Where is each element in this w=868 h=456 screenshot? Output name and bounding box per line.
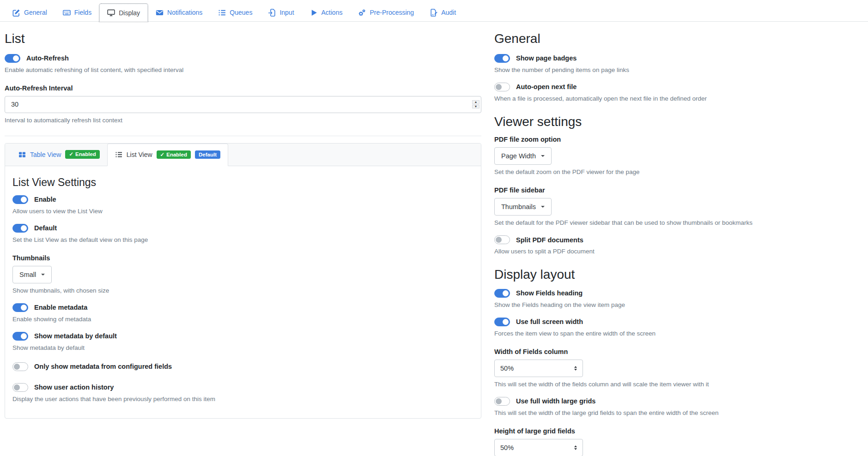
grid-fields-height-select[interactable]: 50% xyxy=(494,439,583,456)
default-toggle[interactable] xyxy=(12,224,28,233)
play-icon xyxy=(310,9,318,17)
show-metadata-desc: Show metadata by default xyxy=(12,344,473,351)
list-view-settings-body: List View Settings Enable Allow users to… xyxy=(5,166,481,418)
tab-general[interactable]: General xyxy=(5,4,55,21)
tab-label: Display xyxy=(119,9,140,17)
toggle-knob xyxy=(21,197,27,203)
auto-refresh-interval-input[interactable] xyxy=(5,96,481,113)
fields-heading-desc: Show the Fields heading on the view item… xyxy=(494,301,864,308)
fields-column-width-select[interactable]: 50% xyxy=(494,360,583,377)
only-configured-row: Only show metadata from configured field… xyxy=(12,362,473,371)
tab-pre-processing[interactable]: Pre-Processing xyxy=(350,4,422,21)
pdf-sidebar-value: Thumbnails xyxy=(501,203,536,210)
full-width-grids-toggle[interactable] xyxy=(494,397,510,406)
full-width-toggle[interactable] xyxy=(494,318,510,326)
toggle-knob xyxy=(496,84,502,90)
auto-refresh-label: Auto-Refresh xyxy=(26,54,69,62)
interval-desc: Interval to automatically refresh list c… xyxy=(5,117,481,124)
tab-input[interactable]: Input xyxy=(260,4,302,21)
enable-label: Enable xyxy=(34,196,56,203)
pdf-sidebar-dropdown[interactable]: Thumbnails xyxy=(494,198,552,216)
view-tabs-header: Table View ✓Enabled List View ✓Enabled D… xyxy=(5,144,481,166)
tab-table-view[interactable]: Table View ✓Enabled xyxy=(11,144,107,166)
enable-row: Enable xyxy=(12,195,473,204)
full-width-grids-label: Use full width large grids xyxy=(516,397,595,405)
width-fields-label: Width of Fields column xyxy=(494,348,864,355)
split-pdf-toggle[interactable] xyxy=(494,235,510,244)
list-view-settings-heading: List View Settings xyxy=(12,176,473,189)
fields-heading-toggle[interactable] xyxy=(494,289,510,298)
tab-label: Audit xyxy=(441,9,456,16)
number-spinner-icon[interactable]: ▲▼ xyxy=(472,100,480,108)
auto-refresh-row: Auto-Refresh xyxy=(5,54,481,63)
view-settings-card: Table View ✓Enabled List View ✓Enabled D… xyxy=(5,143,481,419)
full-width-grids-row: Use full width large grids xyxy=(494,397,864,406)
show-metadata-label: Show metadata by default xyxy=(34,332,117,340)
check-icon: ✓ xyxy=(160,152,165,158)
file-signature-icon xyxy=(430,9,437,17)
auto-open-row: Auto-open next file xyxy=(494,83,864,91)
settings-content: List Auto-Refresh Enable automatic refre… xyxy=(0,22,868,456)
split-pdf-row: Split PDF documents xyxy=(494,235,864,244)
tab-label: Actions xyxy=(322,9,343,16)
show-metadata-row: Show metadata by default xyxy=(12,332,473,341)
toggle-knob xyxy=(13,55,19,61)
interval-label: Auto-Refresh Interval xyxy=(5,84,481,92)
list-settings-column: List Auto-Refresh Enable automatic refre… xyxy=(5,31,481,419)
tab-audit[interactable]: Audit xyxy=(422,4,464,21)
tab-display[interactable]: Display xyxy=(99,4,148,22)
fields-column-width-value: 50% xyxy=(500,365,514,372)
user-history-toggle[interactable] xyxy=(12,383,28,392)
tab-queues[interactable]: Queues xyxy=(210,4,260,21)
general-section-heading: General xyxy=(494,31,864,47)
user-history-desc: Display the user actions that have been … xyxy=(12,396,473,402)
viewer-settings-heading: Viewer settings xyxy=(494,114,864,130)
full-width-row: Use full screen width xyxy=(494,318,864,326)
caret-down-icon xyxy=(41,274,45,276)
tab-list-view[interactable]: List View ✓Enabled Default xyxy=(107,144,228,166)
toggle-knob xyxy=(503,290,509,296)
tab-actions[interactable]: Actions xyxy=(302,4,351,21)
pdf-sidebar-desc: Set the default for the PDF viewer sideb… xyxy=(494,219,864,226)
cogs-icon xyxy=(358,9,366,17)
thumbnails-size-value: Small xyxy=(19,271,36,278)
only-configured-toggle[interactable] xyxy=(12,362,28,371)
enable-metadata-toggle[interactable] xyxy=(12,303,28,312)
enabled-badge: ✓Enabled xyxy=(157,150,191,159)
tab-notifications[interactable]: Notifications xyxy=(148,4,210,21)
toggle-knob xyxy=(21,225,27,231)
page-badges-toggle[interactable] xyxy=(494,54,510,63)
settings-tab-bar: General Fields Display Notifications Que… xyxy=(0,0,868,22)
enable-toggle[interactable] xyxy=(12,195,28,204)
enabled-badge: ✓Enabled xyxy=(65,150,99,159)
toggle-knob xyxy=(503,319,509,325)
pdf-zoom-dropdown[interactable]: Page Width xyxy=(494,147,552,165)
fields-heading-label: Show Fields heading xyxy=(516,289,583,297)
auto-refresh-toggle[interactable] xyxy=(5,54,20,63)
full-width-grids-desc: This will set the width of the large gri… xyxy=(494,409,864,416)
user-history-row: Show user action history xyxy=(12,383,473,392)
thumbnails-size-dropdown[interactable]: Small xyxy=(12,266,52,283)
enable-desc: Allow users to view the List View xyxy=(12,208,473,215)
page-badges-desc: Show the number of pending items on page… xyxy=(494,66,864,73)
full-width-desc: Forces the item view to span the entire … xyxy=(494,330,864,337)
enable-metadata-label: Enable metadata xyxy=(34,304,87,311)
default-label: Default xyxy=(34,224,57,232)
height-grids-label: Height of large grid fields xyxy=(494,427,864,435)
section-divider xyxy=(5,136,481,136)
user-history-label: Show user action history xyxy=(34,384,114,391)
page-badges-row: Show page badges xyxy=(494,54,864,63)
enable-metadata-desc: Enable showing of metadata xyxy=(12,316,473,323)
default-badge: Default xyxy=(195,150,220,159)
edit-square-icon xyxy=(12,9,20,17)
select-arrows-icon xyxy=(574,444,577,451)
show-metadata-toggle[interactable] xyxy=(12,332,28,341)
tab-fields[interactable]: Fields xyxy=(55,4,99,21)
width-fields-desc: This will set the width of the fields co… xyxy=(494,381,864,388)
tab-label: Notifications xyxy=(167,9,202,16)
thumbnails-label: Thumbnails xyxy=(12,254,473,262)
auto-open-desc: When a file is processed, automatically … xyxy=(494,95,864,102)
auto-open-toggle[interactable] xyxy=(494,83,510,91)
caret-down-icon xyxy=(541,155,545,157)
tab-label: Queues xyxy=(230,9,252,16)
